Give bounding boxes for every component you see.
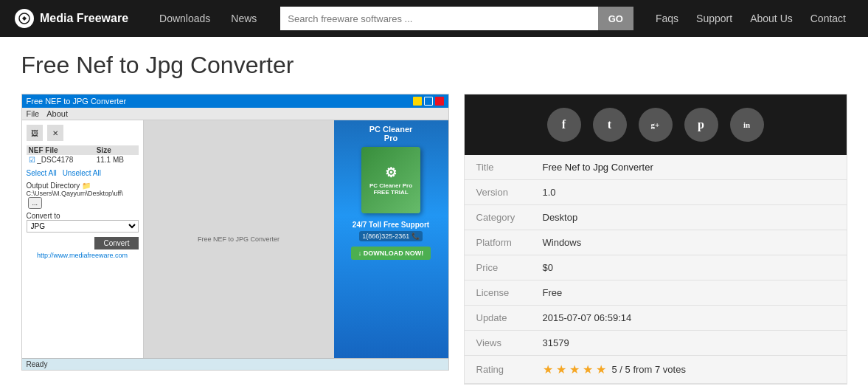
file-checkbox-cell: ☑ _DSC4178 <box>27 155 94 165</box>
label-views: Views <box>465 331 531 356</box>
info-row-views: Views 31579 <box>465 331 847 356</box>
ad-title: PC CleanerPro <box>369 125 413 142</box>
star-2: ★ <box>556 362 566 376</box>
value-price: $0 <box>531 255 847 280</box>
faqs-link[interactable]: Faqs <box>648 8 686 29</box>
value-category: Desktop <box>531 205 847 230</box>
app-menubar: File About <box>22 108 448 120</box>
info-row-price: Price $0 <box>465 255 847 280</box>
ad-download-button[interactable]: ↓ DOWNLOAD NOW! <box>351 247 431 260</box>
downloads-link[interactable]: Downloads <box>150 8 219 29</box>
social-bar: f t g+ p in <box>465 94 847 155</box>
label-price: Price <box>465 255 531 280</box>
label-version: Version <box>465 180 531 205</box>
app-statusbar: Ready <box>22 358 448 370</box>
navbar: Media Freeware Downloads News GO Faqs Su… <box>0 0 868 37</box>
screenshot-area: Free NEF to JPG Converter File About <box>21 94 449 385</box>
content-grid: Free NEF to JPG Converter File About <box>21 94 847 385</box>
app-title: Free NEF to JPG Converter <box>27 97 127 106</box>
page-title: Free Nef to Jpg Converter <box>21 52 847 79</box>
menu-about[interactable]: About <box>46 109 68 118</box>
value-license: Free <box>531 280 847 306</box>
ad-product-image: ⚙ PC Cleaner ProFREE TRIAL <box>361 147 420 213</box>
logo[interactable]: Media Freeware <box>15 9 128 28</box>
ad-support-text: 24/7 Toll Free Support <box>353 221 429 229</box>
rating-text: 5 / 5 from 7 votes <box>612 364 686 375</box>
nav-right-links: Faqs Support About Us Contact <box>648 8 853 29</box>
format-dropdown[interactable]: JPG <box>27 220 139 233</box>
file-panel: 🖼 ✕ NEF File Size <box>22 120 144 358</box>
search-bar: GO <box>280 7 633 30</box>
value-update: 2015-07-07 06:59:14 <box>531 306 847 331</box>
info-row-platform: Platform Windows <box>465 230 847 255</box>
close-btn[interactable] <box>435 97 444 106</box>
info-row-title: Title Free Nef to Jpg Converter <box>465 155 847 180</box>
unselect-all-link[interactable]: Unselect All <box>63 169 101 177</box>
output-path: C:\Users\M.Qayyum\Desktop\uff\ <box>27 190 139 197</box>
logo-text: Media Freeware <box>40 12 128 25</box>
linkedin-btn[interactable]: in <box>730 108 764 142</box>
info-row-rating: Rating ★ ★ ★ ★ ★ 5 / 5 from 7 votes <box>465 356 847 384</box>
output-label: Output Directory 📁 <box>27 182 139 190</box>
preview-label: Free NEF to JPG Converter <box>198 235 280 243</box>
app-body: 🖼 ✕ NEF File Size <box>22 120 448 358</box>
value-platform: Windows <box>531 230 847 255</box>
preview-panel: Free NEF to JPG Converter <box>144 120 334 358</box>
output-section: Output Directory 📁 C:\Users\M.Qayyum\Des… <box>27 182 139 209</box>
maximize-btn[interactable] <box>424 97 433 106</box>
convert-button[interactable]: Convert <box>94 237 138 249</box>
ad-panel: PC CleanerPro ⚙ PC Cleaner ProFREE TRIAL… <box>334 120 448 358</box>
app-titlebar: Free NEF to JPG Converter <box>22 94 448 108</box>
about-link[interactable]: About Us <box>743 8 800 29</box>
col-size: Size <box>94 145 139 155</box>
value-rating: ★ ★ ★ ★ ★ 5 / 5 from 7 votes <box>531 356 847 384</box>
info-row-update: Update 2015-07-07 06:59:14 <box>465 306 847 331</box>
twitter-btn[interactable]: t <box>593 108 627 142</box>
support-link[interactable]: Support <box>689 8 740 29</box>
label-rating: Rating <box>465 356 531 384</box>
facebook-btn[interactable]: f <box>547 108 581 142</box>
value-views: 31579 <box>531 331 847 356</box>
browse-button[interactable]: ... <box>28 197 43 209</box>
info-panel: f t g+ p in Title Free Nef to Jpg Conver… <box>464 94 847 385</box>
label-update: Update <box>465 306 531 331</box>
googleplus-btn[interactable]: g+ <box>639 108 673 142</box>
file-size: 11.1 MB <box>94 155 139 165</box>
info-row-version: Version 1.0 <box>465 180 847 205</box>
convert-to-section: Convert to JPG <box>27 212 139 233</box>
stars-container: ★ ★ ★ ★ ★ 5 / 5 from 7 votes <box>543 362 835 376</box>
titlebar-buttons <box>413 97 444 106</box>
contact-link[interactable]: Contact <box>803 8 853 29</box>
menu-file[interactable]: File <box>27 109 40 118</box>
search-input[interactable] <box>280 7 597 30</box>
nav-links: Downloads News <box>150 8 265 29</box>
app-screenshot: Free NEF to JPG Converter File About <box>21 94 449 371</box>
pinterest-btn[interactable]: p <box>684 108 718 142</box>
ad-phone-number: 1(866)325-2361 📞 <box>359 231 423 241</box>
file-row: ☑ _DSC4178 11.1 MB <box>27 155 139 165</box>
label-category: Category <box>465 205 531 230</box>
star-3: ★ <box>569 362 580 376</box>
minimize-btn[interactable] <box>413 97 422 106</box>
file-checkbox[interactable]: ☑ <box>29 156 35 164</box>
website-link[interactable]: http://www.mediafreeware.com <box>27 252 139 259</box>
star-5: ★ <box>596 362 606 376</box>
label-title: Title <box>465 155 531 180</box>
add-file-icon[interactable]: 🖼 <box>27 125 43 141</box>
file-name: _DSC4178 <box>37 156 73 164</box>
app-window: Free NEF to JPG Converter File About <box>22 94 448 370</box>
search-button[interactable]: GO <box>598 7 633 30</box>
info-row-category: Category Desktop <box>465 205 847 230</box>
news-link[interactable]: News <box>222 8 265 29</box>
star-4: ★ <box>583 362 593 376</box>
select-all-link[interactable]: Select All <box>27 169 57 177</box>
file-table: NEF File Size ☑ _DSC4178 <box>27 145 139 165</box>
file-toolbar: 🖼 ✕ <box>27 125 139 141</box>
logo-icon <box>15 9 34 28</box>
col-nef: NEF File <box>27 145 94 155</box>
remove-file-icon[interactable]: ✕ <box>47 125 63 141</box>
select-links: Select All Unselect All <box>27 169 139 177</box>
info-table: Title Free Nef to Jpg Converter Version … <box>465 155 847 384</box>
main-content: Free Nef to Jpg Converter Free NEF to JP… <box>7 37 862 389</box>
value-version: 1.0 <box>531 180 847 205</box>
